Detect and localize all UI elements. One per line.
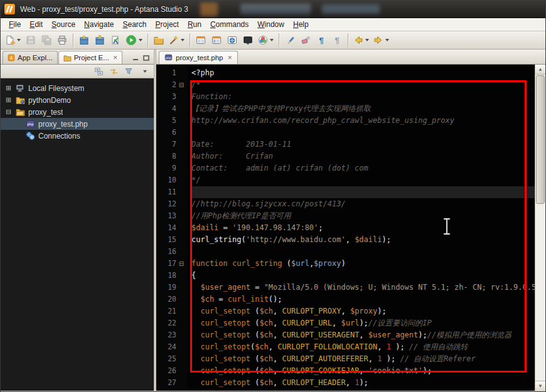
code-line-18[interactable]: {	[191, 270, 535, 282]
code-line-4[interactable]: 【记录】尝试在PHP中支持Proxy代理去实现网络抓取	[191, 103, 535, 115]
line-number[interactable]: 5	[156, 115, 176, 127]
menu-search[interactable]: Search	[118, 19, 151, 30]
line-number[interactable]: 9	[156, 162, 176, 174]
menu-navigate[interactable]: Navigate	[80, 19, 118, 30]
vertical-scrollbar[interactable]: ▲ ▼	[535, 65, 545, 391]
tree-item-local-filesystem[interactable]: ⊞ Local Filesystem	[1, 82, 154, 94]
clean-button[interactable]	[298, 33, 313, 48]
line-number[interactable]: 20	[156, 294, 176, 305]
code-line-27[interactable]: curl_setopt ($ch, CURLOPT_HEADER, 1);	[191, 377, 535, 389]
line-number[interactable]: 26	[156, 365, 176, 377]
code-line-2[interactable]: /*	[191, 79, 535, 91]
line-number[interactable]: 18	[156, 270, 176, 282]
code-line-3[interactable]: Function:	[191, 91, 535, 103]
open-resource-button[interactable]	[151, 33, 166, 48]
code-line-26[interactable]: curl_setopt ($ch, CURLOPT_COOKIEJAR, 'co…	[191, 365, 535, 377]
collapse-all-button[interactable]	[93, 66, 104, 77]
external-tools-button[interactable]	[167, 33, 186, 48]
expander-collapsed-icon[interactable]: ⊞	[4, 84, 13, 92]
line-number[interactable]: 12	[156, 198, 176, 210]
tree-item-pythondemo[interactable]: ⊞ pythonDemo	[1, 94, 154, 106]
code-line-25[interactable]: curl_setopt ($ch, CURLOPT_AUTOREFERER, 1…	[191, 353, 535, 365]
line-number[interactable]: 13	[156, 210, 176, 222]
code-line-1[interactable]: <?php	[191, 67, 535, 79]
line-number[interactable]: 14	[156, 222, 176, 234]
code-line-22[interactable]: curl_setopt ($ch, CURLOPT_URL, $url);//设…	[191, 317, 535, 329]
scroll-up-icon[interactable]: ▲	[535, 65, 545, 75]
tree-item-proxy-test-php[interactable]: php proxy_test.php	[1, 118, 154, 130]
line-number[interactable]: 24	[156, 341, 176, 353]
scroll-down-icon[interactable]: ▼	[535, 381, 545, 391]
menu-source[interactable]: Source	[47, 19, 80, 30]
editor-tab-proxy-test-php[interactable]: php proxy_test.php ✕	[159, 51, 238, 64]
code-line-15[interactable]: curl_string('http://www.baidu.com', $dai…	[191, 234, 535, 246]
line-number[interactable]: 25	[156, 353, 176, 365]
line-number[interactable]: 4	[156, 103, 176, 115]
close-icon[interactable]: ✕	[227, 55, 232, 61]
import-button[interactable]	[92, 33, 107, 48]
fold-marker-icon[interactable]: ⊟	[176, 258, 186, 270]
code-line-17[interactable]: function curl_string ($url,$proxy)	[191, 258, 535, 270]
code-line-20[interactable]: $ch = curl_init();	[191, 294, 535, 305]
code-line-13[interactable]: //用Php检测代理IP是否可用	[191, 210, 535, 222]
color-wheel-button[interactable]	[256, 33, 276, 48]
code-line-12[interactable]: //http://blog.sjzycxx.cn/post/413/	[191, 198, 535, 210]
line-number[interactable]: 23	[156, 329, 176, 341]
line-number[interactable]: 6	[156, 127, 176, 139]
close-icon[interactable]: ✕	[113, 55, 118, 61]
print-button[interactable]	[55, 33, 70, 48]
line-number[interactable]: 10	[156, 174, 176, 186]
line-number[interactable]: 11	[156, 186, 176, 198]
menu-commands[interactable]: Commands	[206, 19, 253, 30]
code-line-11[interactable]	[191, 186, 535, 198]
scrollbar-thumb[interactable]	[536, 75, 545, 204]
line-number[interactable]: 3	[156, 91, 176, 103]
line-number[interactable]: 15	[156, 234, 176, 246]
show-whitespace-button[interactable]: ¶	[314, 33, 329, 48]
screenshot-button[interactable]	[240, 33, 255, 48]
menu-file[interactable]: File	[4, 19, 25, 30]
expander-collapsed-icon[interactable]: ⊞	[4, 96, 13, 104]
export-button[interactable]	[77, 33, 92, 48]
validate-button[interactable]	[108, 33, 123, 48]
new-file-button[interactable]	[3, 33, 23, 48]
code-line-10[interactable]: */	[191, 174, 535, 186]
expander-expanded-icon[interactable]: ⊟	[4, 108, 13, 116]
web-browser-button[interactable]	[225, 33, 240, 48]
maximize-panel-button[interactable]	[142, 54, 151, 61]
line-number[interactable]: 1	[156, 67, 176, 79]
tab-project-explorer[interactable]: Project E... ✕	[58, 51, 123, 64]
line-number[interactable]: 2	[156, 79, 176, 91]
code-area[interactable]: <?php/*Function:【记录】尝试在PHP中支持Proxy代理去实现网…	[188, 65, 535, 391]
line-number[interactable]: 19	[156, 282, 176, 294]
line-number[interactable]: 16	[156, 246, 176, 258]
code-line-5[interactable]: http://www.crifan.com/record_php_crawl_w…	[191, 115, 535, 127]
line-number[interactable]: 17	[156, 258, 176, 270]
link-with-editor-button[interactable]	[108, 66, 119, 77]
minimize-panel-button[interactable]	[131, 54, 140, 61]
code-line-7[interactable]: Date: 2013-01-11	[191, 139, 535, 151]
web-perspective-button[interactable]	[193, 33, 208, 48]
code-line-8[interactable]: Author: Crifan	[191, 151, 535, 162]
code-line-16[interactable]	[191, 246, 535, 258]
code-line-9[interactable]: Contact: admin (at) crifan (dot) com	[191, 162, 535, 174]
line-number[interactable]: 8	[156, 151, 176, 162]
tree-item-connections[interactable]: Connections	[1, 130, 154, 142]
line-number[interactable]: 22	[156, 317, 176, 329]
titlebar[interactable]: Web - proxy_test/proxy_test.php - Aptana…	[1, 1, 545, 18]
toggle-word-wrap-button[interactable]: ¶	[329, 33, 345, 48]
code-line-21[interactable]: curl_setopt ($ch, CURLOPT_PROXY, $proxy)…	[191, 305, 535, 317]
code-line-23[interactable]: curl_setopt ($ch, CURLOPT_USERAGENT, $us…	[191, 329, 535, 341]
code-line-6[interactable]	[191, 127, 535, 139]
tree-item-proxy-test[interactable]: ⊟ proxy_test	[1, 106, 154, 118]
app-explorer-perspective-button[interactable]	[209, 33, 224, 48]
filter-button[interactable]	[123, 66, 134, 77]
code-line-24[interactable]: curl_setopt($ch, CURLOPT_FOLLOWLOCATION,…	[191, 341, 535, 353]
fold-marker-icon[interactable]: ⊟	[176, 79, 186, 91]
code-line-14[interactable]: $daili = '190.147.98.147:80';	[191, 222, 535, 234]
back-button[interactable]	[351, 33, 371, 48]
menu-window[interactable]: Window	[253, 19, 289, 30]
run-button[interactable]	[124, 33, 144, 48]
code-line-19[interactable]: $user_agent = "Mozilla/5.0 (Windows; U; …	[191, 282, 535, 294]
menu-run[interactable]: Run	[183, 19, 206, 30]
